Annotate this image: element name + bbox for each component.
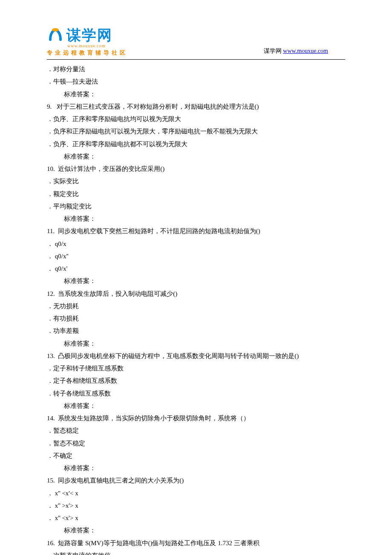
answer-label: 标准答案： bbox=[47, 524, 345, 537]
question-line: 15. 同步发电机直轴电抗三者之间的大小关系为() bbox=[47, 474, 345, 487]
option-line: ．定子各相绕组互感系数 bbox=[47, 375, 345, 387]
answer-label: 标准答案： bbox=[47, 338, 345, 350]
option-line: ．暂态稳定 bbox=[47, 425, 345, 437]
document-content: ．对称分量法．牛顿—拉夫逊法标准答案：9. 对于三相三柱式变压器，不对称短路分析… bbox=[47, 63, 345, 555]
question-line: 10. 近似计算法中，变压器的变比应采用() bbox=[47, 163, 345, 175]
option-line: ．额定变比 bbox=[47, 188, 345, 200]
option-line: ．有功损耗 bbox=[47, 312, 345, 325]
option-line: ．功率差额 bbox=[47, 325, 345, 337]
option-line: ．不确定 bbox=[47, 450, 345, 462]
answer-label: 标准答案： bbox=[47, 150, 345, 163]
option-line: ． q0/x bbox=[47, 238, 345, 250]
svg-point-0 bbox=[52, 28, 59, 32]
question-line: 12. 当系统发生故障后，投入制动电阻可减少() bbox=[47, 288, 345, 300]
question-line: 16. 短路容量 S(MV)等于短路电流中()值与短路处工作电压及 1.732 … bbox=[47, 537, 345, 549]
answer-label: 标准答案： bbox=[47, 400, 345, 412]
option-line: ． x'' <x'< x bbox=[47, 487, 345, 500]
page-header: 谋学网 www.mouxue.com 专业远程教育辅导社区 谋学网 www.mo… bbox=[47, 26, 345, 57]
logo-subtitle: 专业远程教育辅导社区 bbox=[47, 49, 128, 57]
option-line: ．负序、正序和零序励磁电抗都不可以视为无限大 bbox=[47, 138, 345, 150]
preamble-option: ．牛顿—拉夫逊法 bbox=[47, 75, 345, 88]
logo-url: www.mouxue.com bbox=[67, 43, 128, 48]
header-right-prefix: 谋学网 bbox=[264, 48, 283, 54]
option-line: ．次暂态电流的有效值 bbox=[47, 549, 345, 555]
answer-label: 标准答案： bbox=[47, 88, 345, 101]
question-line: 14. 系统发生短路故障，当实际的切除角小于极限切除角时，系统将（） bbox=[47, 412, 345, 425]
option-line: ．暂态不稳定 bbox=[47, 437, 345, 450]
option-line: ．负序、正序和零序励磁电抗均可以视为无限大 bbox=[47, 113, 345, 125]
option-line: ． x'' >x'> x bbox=[47, 500, 345, 512]
preamble-option: ．对称分量法 bbox=[47, 63, 345, 75]
option-line: ． q0/x'' bbox=[47, 250, 345, 263]
header-divider bbox=[47, 59, 345, 60]
logo-text: 谋学网 bbox=[66, 26, 112, 45]
question-line: 11. 同步发电机空载下突然三相短路时，不计阻尼回路的短路电流初始值为() bbox=[47, 225, 345, 237]
header-link[interactable]: www.mouxue.com bbox=[283, 48, 328, 54]
option-line: ．实际变比 bbox=[47, 175, 345, 188]
option-line: ． x'' <x'> x bbox=[47, 512, 345, 524]
option-line: ．转子各绕组互感系数 bbox=[47, 387, 345, 400]
question-line: 9. 对于三相三柱式变压器，不对称短路分析时，对励磁电抗的处理方法是() bbox=[47, 101, 345, 113]
option-line: ．定子和转子绕组互感系数 bbox=[47, 362, 345, 375]
logo-icon bbox=[47, 28, 64, 43]
option-line: ．平均额定变比 bbox=[47, 200, 345, 213]
option-line: ． q0/x' bbox=[47, 263, 345, 275]
option-line: ．负序和正序励磁电抗可以视为无限大，零序励磁电抗一般不能视为无限大 bbox=[47, 125, 345, 138]
answer-label: 标准答案： bbox=[47, 462, 345, 474]
question-line: 13. 凸极同步发电机坐标下的磁链方程中，互电感系数变化周期与转子转动周期一致的… bbox=[47, 350, 345, 362]
answer-label: 标准答案： bbox=[47, 275, 345, 287]
option-line: ．无功损耗 bbox=[47, 300, 345, 312]
logo-block: 谋学网 www.mouxue.com 专业远程教育辅导社区 bbox=[47, 26, 128, 57]
header-right: 谋学网 www.mouxue.com bbox=[264, 47, 345, 57]
answer-label: 标准答案： bbox=[47, 213, 345, 225]
